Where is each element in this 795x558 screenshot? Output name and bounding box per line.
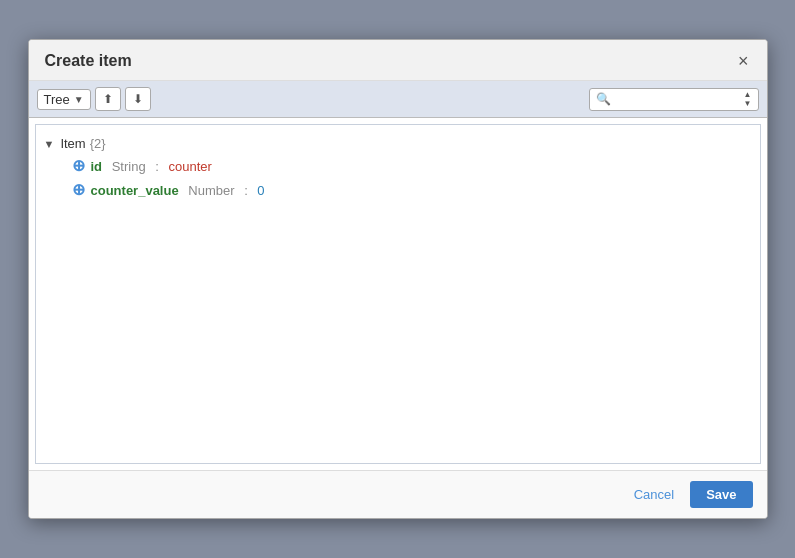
tree-label: Tree <box>44 92 70 107</box>
field-name-counter-value: counter_value <box>91 183 179 198</box>
search-box: 🔍 ▲ ▼ <box>589 88 759 111</box>
sort-up-button[interactable]: ⬆ <box>95 87 121 111</box>
search-controls: ▲ ▼ <box>744 91 752 108</box>
modal-content: ▼ Item {2} ⊕ id String : counter ⊕ count… <box>35 124 761 464</box>
search-input[interactable] <box>615 92 740 106</box>
modal-toolbar: Tree ▼ ⬆ ⬇ 🔍 ▲ ▼ <box>29 81 767 118</box>
tree-content: ▼ Item {2} ⊕ id String : counter ⊕ count… <box>36 125 760 210</box>
modal-title: Create item <box>45 52 132 70</box>
tree-root-count: {2} <box>90 136 106 151</box>
tree-dropdown[interactable]: Tree ▼ <box>37 89 91 110</box>
field-type-id: String <box>108 159 146 174</box>
add-field-icon-1[interactable]: ⊕ <box>72 158 85 174</box>
field-separator-counter-value: : <box>241 183 248 198</box>
field-name-id: id <box>91 159 103 174</box>
add-field-icon-2[interactable]: ⊕ <box>72 182 85 198</box>
field-type-counter-value: Number <box>185 183 235 198</box>
chevron-down-icon: ▼ <box>74 94 84 105</box>
modal-footer: Cancel Save <box>29 470 767 518</box>
search-icon: 🔍 <box>596 92 611 106</box>
tree-root-node: ▼ Item {2} <box>36 133 760 154</box>
tree-expand-icon[interactable]: ▼ <box>44 138 55 150</box>
tree-row: ⊕ id String : counter <box>36 154 760 178</box>
search-down-icon[interactable]: ▼ <box>744 100 752 108</box>
create-item-modal: Create item × Tree ▼ ⬆ ⬇ 🔍 ▲ ▼ <box>28 39 768 519</box>
field-value-id: counter <box>165 159 212 174</box>
field-separator-id: : <box>152 159 159 174</box>
close-button[interactable]: × <box>736 52 751 70</box>
search-up-icon[interactable]: ▲ <box>744 91 752 99</box>
save-button[interactable]: Save <box>690 481 752 508</box>
sort-up-icon: ⬆ <box>103 92 113 106</box>
sort-down-button[interactable]: ⬇ <box>125 87 151 111</box>
tree-row: ⊕ counter_value Number : 0 <box>36 178 760 202</box>
cancel-button[interactable]: Cancel <box>626 483 682 506</box>
tree-root-label: Item <box>60 136 85 151</box>
sort-down-icon: ⬇ <box>133 92 143 106</box>
field-value-counter-value: 0 <box>254 183 265 198</box>
modal-overlay: Create item × Tree ▼ ⬆ ⬇ 🔍 ▲ ▼ <box>0 0 795 558</box>
modal-header: Create item × <box>29 40 767 81</box>
